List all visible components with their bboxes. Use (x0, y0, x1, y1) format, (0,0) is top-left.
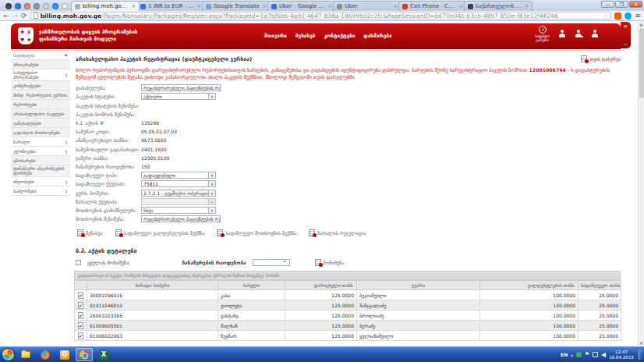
col-first-name[interactable]: სახელი (218, 281, 285, 290)
row-checkbox[interactable]: ✔ (78, 322, 83, 329)
field-control[interactable]: 75811 (141, 180, 216, 187)
browser-tab[interactable]: Google Translate × (202, 1, 271, 11)
table-row[interactable]: ✔ 61006022063 ნუგზარ 125.0000 ყულჯანიშვი… (75, 331, 621, 341)
row-checkbox[interactable]: ✔ (78, 302, 83, 309)
browser-menu-icon[interactable]: ≡ (635, 12, 641, 20)
pinned-tab-icon[interactable] (34, 3, 40, 9)
scroll-down-arrow[interactable]: ▼ (639, 340, 644, 346)
action-button[interactable]: ზარალის რეგულაცია (309, 229, 366, 236)
table-row[interactable]: ✔ 30001096016 კახა 125.0000 ბეგიაშვილი 1… (75, 290, 621, 300)
action-button[interactable]: შენახვა (77, 229, 103, 236)
sidebar-item[interactable]: ზარალი ❯ (11, 137, 70, 147)
sidebar-item[interactable]: ინვოისები ❯ (11, 177, 70, 186)
window-minimize-button[interactable]: — (601, 1, 614, 8)
sidebar-item[interactable]: მიმდ. რეპორტების ვერსია (11, 90, 70, 100)
col-accrued-amount[interactable]: დარიცხული თანხ. (285, 281, 357, 290)
col-liability-amount[interactable]: ვალდებულების თანხ. (480, 281, 579, 290)
user-icon[interactable] (557, 30, 566, 38)
sidebar-item[interactable]: კლინიკები ❯ (11, 147, 70, 156)
pinned-tab-icon[interactable] (24, 3, 30, 9)
select-all-checkbox[interactable] (76, 260, 81, 265)
row-checkbox[interactable]: ✔ (78, 292, 83, 299)
browser-tab[interactable]: billing.moh.gov.ge/Page… × (71, 1, 140, 11)
back-button[interactable]: ← (3, 12, 9, 20)
field-control[interactable]: 05.05.02.07.03 (141, 129, 177, 134)
vertical-scrollbar[interactable]: ▲ ▼ (638, 21, 644, 346)
sidebar-item[interactable]: სახელფასო პროგრამები ❯ (11, 69, 70, 81)
field-control[interactable]: სხვა (141, 207, 216, 214)
user-profile-icon[interactable] (590, 30, 599, 38)
row-checkbox[interactable]: ✔ (78, 332, 83, 339)
field-control[interactable]: 2.7.2.1 - გეგმიური ოპერაცია (141, 190, 216, 197)
taskbar-chrome-icon[interactable] (76, 348, 93, 361)
sidebar-collapse-icon[interactable]: « (64, 52, 68, 59)
start-button[interactable] (2, 348, 15, 361)
taskbar-excel-icon[interactable]: X (95, 348, 112, 361)
col-surname[interactable]: გვარი (357, 281, 480, 290)
chevron-up-icon[interactable]: ︿ (624, 41, 628, 46)
user-list-icon[interactable] (574, 30, 582, 38)
browser-tab[interactable]: Cell Phone - Cell Phones … × (398, 1, 467, 11)
sidebar-item[interactable]: არასახელფასო პაკეტები (11, 109, 70, 119)
sidebar-item[interactable]: განცხადებები (11, 119, 70, 128)
browser-tab[interactable]: Uber × (333, 1, 402, 11)
reload-button[interactable]: ⟳ (21, 12, 27, 20)
taskbar-firefox-icon[interactable] (37, 348, 54, 361)
site-nav-link[interactable]: შესახებ (295, 33, 315, 39)
tray-antivirus-icon[interactable] (576, 352, 582, 357)
action-center-flag-icon[interactable]: ⚑ (585, 352, 589, 357)
site-nav-link[interactable]: კონტაქტები (324, 33, 355, 39)
sidebar-item[interactable]: კონტრაქტები (11, 81, 70, 90)
tab-close-icon[interactable]: × (131, 3, 136, 9)
field-control[interactable]: რეგისტრირებული პაციენტების რეესტრი (141, 215, 221, 222)
tab-close-icon[interactable]: × (196, 3, 201, 9)
row-checkbox[interactable]: ✔ (78, 312, 83, 319)
col-personal-number[interactable]: პირადი ნომერი (87, 281, 218, 290)
pinned-tab-icon[interactable] (15, 3, 21, 9)
action-button[interactable]: სადაზღვევო მოთხოვნის შექმნა (217, 229, 296, 236)
mark-button[interactable]: მონიშვნა (315, 259, 344, 266)
field-control[interactable]: აქტიური (141, 93, 216, 100)
browser-tab[interactable]: საქართველოს სახელმწ… × (464, 1, 533, 11)
tab-close-icon[interactable]: × (458, 3, 463, 9)
field-control[interactable] (141, 198, 216, 205)
field-control[interactable]: 135299 (141, 120, 159, 126)
extension-icon-1[interactable] (614, 12, 621, 20)
month-close-link[interactable]: თვის დახურვა (581, 55, 621, 62)
language-indicator[interactable]: EN (561, 352, 568, 357)
sidebar-item[interactable]: ფინანსური ანგარიშგების ფორმები (11, 165, 70, 177)
network-icon[interactable] (593, 352, 598, 357)
site-nav-link[interactable]: დახმარება (363, 33, 391, 39)
tab-close-icon[interactable]: × (393, 3, 398, 9)
window-close-button[interactable]: ✕ (629, 1, 642, 8)
volume-icon[interactable] (601, 353, 606, 357)
records-count-input[interactable] (253, 259, 290, 266)
table-row[interactable]: ✔ 01011046010 ვიოლეტა 125.0000 მანჯგალაძ… (75, 300, 621, 311)
browser-tab[interactable]: 1 INR to EUR - Google Se… × (136, 1, 205, 11)
table-row[interactable]: ✔ 61009005561 მალხაზ 125.0000 ბერაძე 100… (75, 321, 621, 331)
field-control[interactable]: 150 (141, 164, 150, 169)
tab-close-icon[interactable]: × (327, 3, 332, 9)
table-row[interactable]: ✔ 26001023366 ვახტანგ 125.0000 ბროლიაძე … (75, 311, 621, 321)
pinned-tab-icon[interactable] (52, 3, 58, 9)
sidebar-item[interactable]: რეპორტები (11, 100, 70, 109)
pinned-tab-icon[interactable] (5, 3, 12, 9)
tab-close-icon[interactable]: × (524, 3, 529, 9)
col-insurance-amount[interactable]: სადაზღვევო თანხ. (579, 281, 621, 290)
tray-expand-icon[interactable]: ▴ (571, 353, 573, 357)
sidebar-item[interactable]: პროგრამები (11, 60, 70, 69)
scrollbar-thumb[interactable] (639, 28, 644, 98)
address-bar[interactable]: billing.moh.gov.ge/Pages/Nonsalary/Packa… (30, 12, 612, 20)
site-nav-link[interactable]: მთავარი (264, 33, 287, 39)
field-control[interactable]: 2401.1500 (141, 147, 166, 152)
action-button[interactable]: სადაზღვევო ვალდებულების შექმნა (115, 229, 205, 236)
sidebar-item[interactable]: გადახდის მოთხოვნები (11, 128, 70, 137)
field-control[interactable]: რეგისტრირებული პაციენტების რეესტრი (141, 84, 221, 91)
refresh-icon[interactable]: ⟳ (624, 24, 628, 29)
taskbar-explorer-icon[interactable] (17, 348, 34, 361)
pinned-tab-icon[interactable] (62, 3, 68, 9)
bookmark-star-icon[interactable]: ☆ (603, 12, 608, 20)
pinned-tab-icon[interactable] (43, 3, 49, 9)
show-desktop-button[interactable] (639, 350, 642, 360)
scroll-up-arrow[interactable]: ▲ (639, 21, 644, 27)
